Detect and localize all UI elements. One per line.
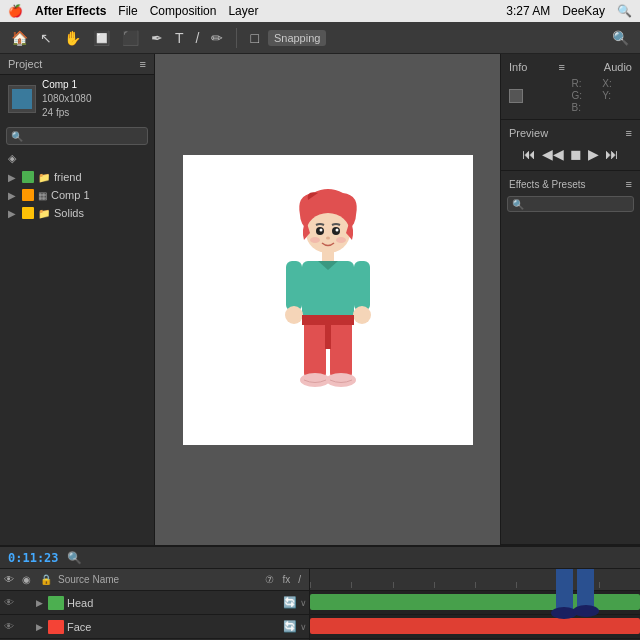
svg-point-5: [335, 228, 338, 231]
hand-tool[interactable]: ✋: [61, 28, 84, 48]
ruler-mark: [599, 582, 640, 588]
search-toolbar-icon[interactable]: 🔍: [609, 28, 632, 48]
layer-item-solids[interactable]: ▶ 📁 Solids: [0, 204, 154, 222]
track-name-head: Head: [67, 597, 280, 609]
track-arrow[interactable]: ▶: [36, 622, 43, 632]
zoom-tool[interactable]: 🔲: [90, 28, 113, 48]
info-menu-icon[interactable]: ≡: [558, 61, 564, 73]
svg-point-4: [319, 228, 322, 231]
track-expand[interactable]: ∨: [300, 622, 307, 632]
color-swatch: [509, 78, 570, 113]
layer-label: Comp 1: [51, 189, 90, 201]
pen-tool[interactable]: ✒: [148, 28, 166, 48]
project-item[interactable]: Comp 1 1080x1080 24 fps: [0, 75, 154, 123]
svg-point-7: [310, 237, 320, 243]
track-cycle-icon[interactable]: 🔄: [283, 620, 297, 633]
preview-header: Preview ≡: [501, 124, 640, 142]
track-expand[interactable]: ∨: [300, 598, 307, 608]
effects-menu-icon[interactable]: ≡: [626, 178, 632, 190]
b-label: B:: [572, 102, 602, 113]
shape-tool[interactable]: ⬛: [119, 28, 142, 48]
track-bar-head: [310, 591, 640, 615]
right-panel: Info ≡ Audio R: X: G: Y: B:: [500, 54, 640, 545]
comp-thumb-inner: [12, 89, 32, 109]
layer-label: friend: [54, 171, 82, 183]
toolbar-separator: [236, 28, 237, 48]
apple-menu[interactable]: 🍎: [8, 4, 23, 18]
audio-title: Audio: [604, 61, 632, 73]
col-lock: 🔒: [40, 574, 54, 585]
preview-menu-icon[interactable]: ≡: [626, 127, 632, 139]
snapping-button[interactable]: Snapping: [268, 30, 327, 46]
comp-name: Comp 1: [42, 78, 92, 92]
timeline-search-icon[interactable]: 🔍: [67, 551, 82, 565]
layer-color-friend: [22, 171, 34, 183]
layer-item-comp1[interactable]: ▶ ▦ Comp 1: [0, 186, 154, 204]
ruler-mark: [393, 582, 434, 588]
x-label: X:: [602, 78, 632, 89]
preview-prev-btn[interactable]: ◀◀: [542, 146, 564, 162]
select-tool[interactable]: ↖: [37, 28, 55, 48]
info-grid: R: X: G: Y: B:: [501, 76, 640, 115]
system-time: 3:27 AM: [506, 4, 550, 18]
effects-search-icon: 🔍: [512, 199, 524, 210]
track-row-head[interactable]: 👁 ▶ Head 🔄 ∨: [0, 591, 309, 615]
track-row-face[interactable]: 👁 ▶ Face 🔄 ∨: [0, 615, 309, 639]
ruler-mark: [351, 582, 392, 588]
brush-tool[interactable]: /: [193, 28, 203, 48]
track-color-head: [48, 596, 64, 610]
layer-color-comp1: [22, 189, 34, 201]
project-layer-list: ▶ 📁 friend ▶ ▦ Comp 1 ▶ 📁 Solids: [0, 168, 154, 545]
timeline-track-labels: 👁 ◉ 🔒 Source Name ⑦ fx / 👁 ▶ Head 🔄 ∨ 👁: [0, 569, 310, 640]
ruler-mark: [558, 582, 599, 588]
preview-stop-btn[interactable]: ◼: [570, 146, 582, 162]
layer-arrow: ▶: [8, 172, 16, 183]
track-arrow[interactable]: ▶: [36, 598, 43, 608]
file-menu[interactable]: File: [118, 4, 137, 18]
preview-last-btn[interactable]: ⏭: [605, 146, 619, 162]
eye-icon[interactable]: 👁: [2, 597, 16, 608]
track-bar-face: [310, 615, 640, 639]
preview-first-btn[interactable]: ⏮: [522, 146, 536, 162]
project-title: Project: [8, 58, 42, 70]
home-tool[interactable]: 🏠: [8, 28, 31, 48]
layer-label: Solids: [54, 207, 84, 219]
effects-search-input[interactable]: [524, 199, 629, 210]
composition-menu[interactable]: Composition: [150, 4, 217, 18]
snapping-label: Snapping: [274, 32, 321, 44]
user-name: DeeKay: [562, 4, 605, 18]
eraser-tool[interactable]: ✏: [208, 28, 226, 48]
track-cycle-icon[interactable]: 🔄: [283, 596, 297, 609]
project-search-input[interactable]: [23, 131, 143, 142]
svg-rect-11: [286, 261, 302, 311]
r-label: R:: [572, 78, 602, 89]
info-values: R: X: G: Y: B:: [572, 78, 633, 113]
search-icon[interactable]: 🔍: [617, 4, 632, 18]
preview-play-btn[interactable]: ▶: [588, 146, 599, 162]
col-misc: /: [298, 574, 301, 585]
text-tool[interactable]: T: [172, 28, 187, 48]
comp-icon: ▦: [38, 190, 47, 201]
layer-item-friend[interactable]: ▶ 📁 friend: [0, 168, 154, 186]
comp-details: 1080x1080 24 fps: [42, 92, 92, 120]
project-search[interactable]: 🔍: [6, 127, 148, 145]
bar-head: [310, 594, 640, 610]
rect-shape-tool[interactable]: □: [247, 28, 261, 48]
effects-search[interactable]: 🔍: [507, 196, 634, 212]
preview-section: Preview ≡ ⏮ ◀◀ ◼ ▶ ⏭: [501, 120, 640, 171]
col-fx: fx: [282, 574, 290, 585]
layer-arrow: ▶: [8, 190, 16, 201]
ruler-mark: [434, 582, 475, 588]
main-layout: Project ≡ Comp 1 1080x1080 24 fps 🔍 ◈ ▶: [0, 54, 640, 545]
svg-rect-15: [304, 319, 326, 377]
eye-icon[interactable]: 👁: [2, 621, 16, 632]
svg-point-6: [326, 236, 330, 239]
track-bars-area: [310, 591, 640, 640]
filter-icon[interactable]: ◈: [8, 152, 16, 165]
timeline: 0:11:23 🔍 👁 ◉ 🔒 Source Name ⑦ fx / 👁 ▶ H…: [0, 545, 640, 640]
layer-menu[interactable]: Layer: [228, 4, 258, 18]
effects-header: Effects & Presets ≡: [501, 175, 640, 193]
project-menu-icon[interactable]: ≡: [140, 58, 146, 70]
svg-rect-9: [322, 250, 334, 262]
timeline-track-area: [310, 569, 640, 640]
